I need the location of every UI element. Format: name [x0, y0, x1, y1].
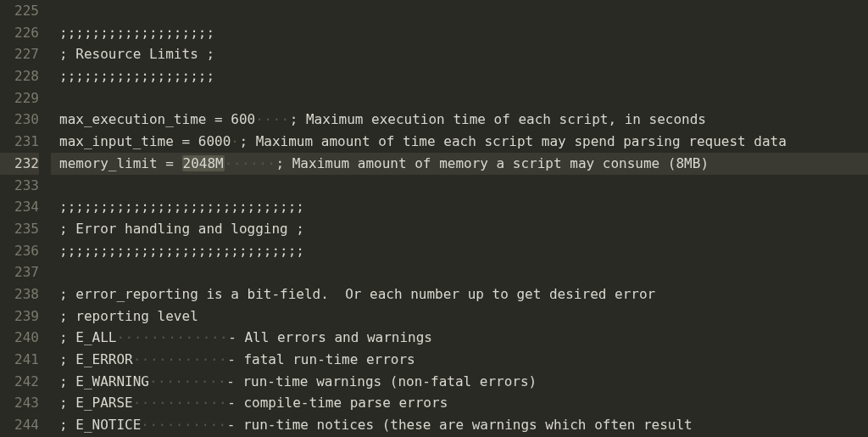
- code-text: ; E_WARNING: [59, 373, 149, 389]
- line-number: 234: [0, 196, 39, 218]
- line-number: 238: [0, 283, 39, 305]
- code-line[interactable]: [51, 87, 868, 109]
- code-text: - fatal run-time errors: [227, 351, 415, 367]
- line-number: 235: [0, 218, 39, 240]
- code-line[interactable]: ; reporting level: [51, 305, 868, 328]
- code-area[interactable]: ;;;;;;;;;;;;;;;;;;;; Resource Limits ;;;…: [51, 0, 868, 437]
- code-line[interactable]: [51, 261, 868, 283]
- code-text: ; Maximum amount of memory a script may …: [275, 155, 709, 171]
- code-line[interactable]: ; error_reporting is a bit-field. Or eac…: [51, 283, 868, 305]
- line-number: 236: [0, 240, 39, 262]
- code-text: max_input_time = 6000: [59, 133, 231, 149]
- code-line[interactable]: ;;;;;;;;;;;;;;;;;;;;;;;;;;;;;;: [51, 240, 868, 262]
- code-text: ; Maximum execution time of each script,…: [290, 111, 706, 127]
- whitespace-indicator: ·············: [116, 329, 228, 345]
- code-line[interactable]: max_input_time = 6000·; Maximum amount o…: [51, 131, 868, 153]
- selection-highlight: 2048M: [182, 155, 225, 171]
- code-editor[interactable]: 2252262272282292302312322332342352362372…: [0, 0, 868, 437]
- line-number: 230: [0, 109, 39, 131]
- whitespace-indicator: ·: [231, 133, 239, 149]
- code-text: - compile-time parse errors: [227, 395, 448, 411]
- whitespace-indicator: ··········: [141, 417, 226, 433]
- line-number: 241: [0, 349, 39, 371]
- line-number: 237: [0, 261, 39, 283]
- code-line[interactable]: ;;;;;;;;;;;;;;;;;;;: [51, 22, 868, 44]
- code-line[interactable]: ; E_WARNING·········- run-time warnings …: [51, 371, 868, 393]
- code-text: ; E_NOTICE: [59, 417, 141, 433]
- code-line[interactable]: ; E_ERROR···········- fatal run-time err…: [51, 349, 868, 371]
- code-line[interactable]: ; E_PARSE···········- compile-time parse…: [51, 392, 868, 414]
- code-line[interactable]: max_execution_time = 600····; Maximum ex…: [51, 109, 868, 131]
- code-text: - run-time warnings (non-fatal errors): [226, 373, 537, 389]
- code-text: ; E_ERROR: [59, 351, 133, 367]
- code-line[interactable]: ; E_ALL·············- All errors and war…: [51, 327, 868, 349]
- whitespace-indicator: ····: [255, 111, 290, 127]
- code-text: max_execution_time = 600: [59, 111, 255, 127]
- code-text: ; Maximum amount of time each script may…: [239, 133, 786, 149]
- code-text: ; E_PARSE: [59, 395, 133, 411]
- whitespace-indicator: ···········: [133, 395, 227, 411]
- line-number: 228: [0, 65, 39, 87]
- code-line[interactable]: ; Resource Limits ;: [51, 43, 868, 65]
- line-number: 243: [0, 392, 39, 414]
- code-line[interactable]: [51, 175, 868, 197]
- line-number: 232: [0, 153, 39, 175]
- code-text: memory_limit =: [59, 155, 182, 171]
- code-line[interactable]: ;;;;;;;;;;;;;;;;;;;;;;;;;;;;;;: [51, 196, 868, 218]
- whitespace-indicator: ·········: [149, 373, 226, 389]
- line-number: 240: [0, 327, 39, 349]
- line-number: 233: [0, 175, 39, 197]
- code-line[interactable]: ; E_NOTICE··········- run-time notices (…: [51, 414, 868, 436]
- line-number: 244: [0, 414, 39, 436]
- code-text: ; E_ALL: [59, 329, 116, 345]
- line-number: 227: [0, 43, 39, 65]
- whitespace-indicator: ···········: [133, 351, 227, 367]
- line-number: 242: [0, 371, 39, 393]
- line-number: 229: [0, 87, 39, 109]
- line-number-gutter: 2252262272282292302312322332342352362372…: [0, 0, 51, 437]
- whitespace-indicator: ······: [225, 155, 276, 171]
- code-line[interactable]: memory_limit = 2048M······; Maximum amou…: [51, 153, 868, 175]
- line-number: 225: [0, 0, 39, 22]
- code-text: - run-time notices (these are warnings w…: [227, 417, 693, 433]
- code-line[interactable]: [51, 0, 868, 22]
- code-text: - All errors and warnings: [228, 329, 432, 345]
- code-line[interactable]: ; Error handling and logging ;: [51, 218, 868, 240]
- line-number: 226: [0, 22, 39, 44]
- code-line[interactable]: ;;;;;;;;;;;;;;;;;;;: [51, 65, 868, 87]
- line-number: 231: [0, 131, 39, 153]
- line-number: 239: [0, 305, 39, 328]
